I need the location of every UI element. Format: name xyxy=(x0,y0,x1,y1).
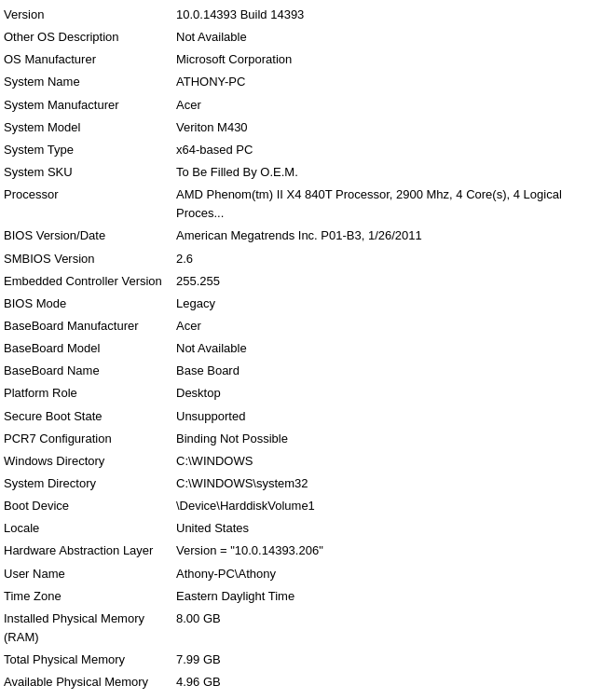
table-row: Installed Physical Memory (RAM)8.00 GB xyxy=(0,608,616,649)
row-value: 16.0 GB xyxy=(172,693,616,699)
row-value: 4.96 GB xyxy=(172,671,616,693)
row-label: Locale xyxy=(0,517,172,540)
table-row: Platform RoleDesktop xyxy=(0,382,616,404)
table-row: LocaleUnited States xyxy=(0,517,616,540)
table-row: BIOS Version/DateAmerican Megatrends Inc… xyxy=(0,225,616,247)
table-row: Available Physical Memory4.96 GB xyxy=(0,671,616,693)
row-label: BIOS Version/Date xyxy=(0,225,172,247)
table-row: PCR7 ConfigurationBinding Not Possible xyxy=(0,428,616,450)
table-row: System Typex64-based PC xyxy=(0,139,616,161)
table-row: System ManufacturerAcer xyxy=(0,94,616,116)
table-row: System NameATHONY-PC xyxy=(0,71,616,93)
row-label: Time Zone xyxy=(0,585,172,608)
row-value: C:\WINDOWS xyxy=(172,450,616,473)
row-value: x64-based PC xyxy=(172,139,616,161)
row-value: Not Available xyxy=(172,26,616,48)
row-label: OS Manufacturer xyxy=(0,48,172,71)
row-value: 7.99 GB xyxy=(172,649,616,671)
row-value: Veriton M430 xyxy=(172,116,616,139)
table-row: Embedded Controller Version255.255 xyxy=(0,270,616,293)
row-value: Binding Not Possible xyxy=(172,428,616,450)
table-row: BIOS ModeLegacy xyxy=(0,293,616,315)
row-value: Eastern Daylight Time xyxy=(172,585,616,608)
row-value: Microsoft Corporation xyxy=(172,48,616,71)
table-row: Version10.0.14393 Build 14393 xyxy=(0,4,616,26)
table-row: ProcessorAMD Phenom(tm) II X4 840T Proce… xyxy=(0,184,616,225)
table-row: BaseBoard NameBase Board xyxy=(0,360,616,382)
row-label: BaseBoard Name xyxy=(0,360,172,382)
row-value: Athony-PC\Athony xyxy=(172,563,616,585)
table-row: BaseBoard ManufacturerAcer xyxy=(0,315,616,337)
row-value: Version = "10.0.14393.206" xyxy=(172,540,616,562)
table-row: BaseBoard ModelNot Available xyxy=(0,337,616,360)
table-row: Total Virtual Memory16.0 GB xyxy=(0,693,616,699)
row-label: Total Physical Memory xyxy=(0,649,172,671)
table-row: Hardware Abstraction LayerVersion = "10.… xyxy=(0,540,616,562)
table-row: OS ManufacturerMicrosoft Corporation xyxy=(0,48,616,71)
table-row: Other OS DescriptionNot Available xyxy=(0,26,616,48)
row-label: Available Physical Memory xyxy=(0,671,172,693)
row-label: System Model xyxy=(0,116,172,139)
row-label: User Name xyxy=(0,563,172,585)
row-label: Installed Physical Memory (RAM) xyxy=(0,608,172,649)
row-label: System Name xyxy=(0,71,172,93)
row-label: Embedded Controller Version xyxy=(0,270,172,293)
system-info-table: Version10.0.14393 Build 14393Other OS De… xyxy=(0,4,616,699)
row-label: Hardware Abstraction Layer xyxy=(0,540,172,562)
row-label: PCR7 Configuration xyxy=(0,428,172,450)
row-label: Windows Directory xyxy=(0,450,172,473)
row-value: To Be Filled By O.E.M. xyxy=(172,161,616,184)
row-value: ATHONY-PC xyxy=(172,71,616,93)
table-row: System DirectoryC:\WINDOWS\system32 xyxy=(0,473,616,495)
row-label: Processor xyxy=(0,184,172,225)
row-label: System Directory xyxy=(0,473,172,495)
row-value: Desktop xyxy=(172,382,616,404)
row-label: SMBIOS Version xyxy=(0,248,172,270)
row-label: Version xyxy=(0,4,172,26)
row-label: BaseBoard Model xyxy=(0,337,172,360)
table-row: Total Physical Memory7.99 GB xyxy=(0,649,616,671)
row-label: Other OS Description xyxy=(0,26,172,48)
table-row: System ModelVeriton M430 xyxy=(0,116,616,139)
row-value: Not Available xyxy=(172,337,616,360)
row-label: System Manufacturer xyxy=(0,94,172,116)
row-value: American Megatrends Inc. P01-B3, 1/26/20… xyxy=(172,225,616,247)
row-value: Unsupported xyxy=(172,405,616,428)
table-row: System SKUTo Be Filled By O.E.M. xyxy=(0,161,616,184)
row-value: Base Board xyxy=(172,360,616,382)
row-label: BIOS Mode xyxy=(0,293,172,315)
row-label: Boot Device xyxy=(0,495,172,517)
row-label: Total Virtual Memory xyxy=(0,693,172,699)
row-value: United States xyxy=(172,517,616,540)
table-row: SMBIOS Version2.6 xyxy=(0,248,616,270)
row-value: Acer xyxy=(172,94,616,116)
table-row: Windows DirectoryC:\WINDOWS xyxy=(0,450,616,473)
row-label: System Type xyxy=(0,139,172,161)
table-row: User NameAthony-PC\Athony xyxy=(0,563,616,585)
row-value: 10.0.14393 Build 14393 xyxy=(172,4,616,26)
row-value: 2.6 xyxy=(172,248,616,270)
row-value: 255.255 xyxy=(172,270,616,293)
row-label: Platform Role xyxy=(0,382,172,404)
row-value: \Device\HarddiskVolume1 xyxy=(172,495,616,517)
table-row: Time ZoneEastern Daylight Time xyxy=(0,585,616,608)
row-label: System SKU xyxy=(0,161,172,184)
row-value: C:\WINDOWS\system32 xyxy=(172,473,616,495)
row-value: Acer xyxy=(172,315,616,337)
row-value: AMD Phenom(tm) II X4 840T Processor, 290… xyxy=(172,184,616,225)
table-row: Boot Device\Device\HarddiskVolume1 xyxy=(0,495,616,517)
row-label: Secure Boot State xyxy=(0,405,172,428)
table-row: Secure Boot StateUnsupported xyxy=(0,405,616,428)
row-value: Legacy xyxy=(172,293,616,315)
row-label: BaseBoard Manufacturer xyxy=(0,315,172,337)
row-value: 8.00 GB xyxy=(172,608,616,649)
